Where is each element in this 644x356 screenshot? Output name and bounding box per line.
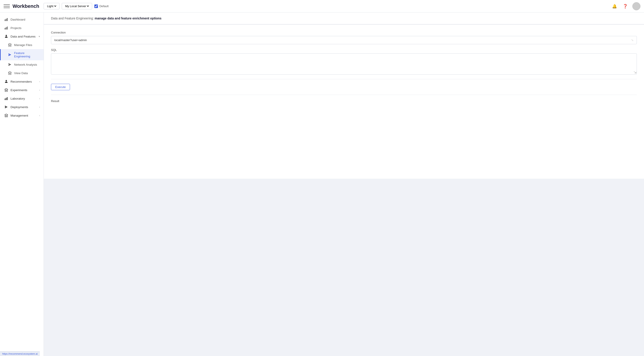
person-icon	[4, 34, 8, 38]
help-button[interactable]: ❓	[622, 3, 629, 10]
chevron-icon: ‹	[39, 106, 40, 108]
layers-icon	[4, 113, 8, 118]
notifications-button[interactable]: 🔔	[611, 3, 618, 10]
result-area	[51, 105, 637, 173]
result-divider	[51, 95, 637, 95]
result-label: Result	[51, 99, 637, 103]
sidebar-item-projects[interactable]: Projects	[0, 24, 44, 32]
sidebar-item-view-data[interactable]: View Data	[0, 69, 44, 77]
execute-button[interactable]: Execute	[51, 84, 70, 90]
page-header-prefix: Data and Feature Engineering:	[51, 16, 94, 20]
layers-icon	[4, 88, 8, 92]
sidebar-item-manage-files[interactable]: Manage Files	[0, 41, 44, 49]
sidebar-item-label: Experiments	[10, 88, 27, 92]
connection-label: Connection	[51, 31, 637, 34]
svg-rect-8	[5, 99, 5, 100]
sidebar-item-label: Feature Engineering	[14, 51, 40, 58]
svg-rect-1	[6, 19, 6, 21]
theme-selector[interactable]: Light	[44, 3, 60, 9]
main-content: Data and Feature Engineering: manage dat…	[44, 12, 644, 356]
default-checkbox[interactable]	[94, 4, 98, 8]
svg-rect-0	[5, 19, 5, 21]
person-icon	[4, 79, 8, 84]
chevron-icon: ▾	[39, 35, 40, 38]
svg-rect-2	[7, 18, 8, 21]
chevron-icon: ‹	[39, 89, 40, 91]
status-url: https://recommend.ecosystem.ai	[2, 353, 38, 355]
send-icon	[8, 62, 12, 67]
sidebar-item-label: Manage Files	[14, 43, 32, 47]
chevron-icon: ‹	[39, 80, 40, 83]
send-icon	[8, 53, 12, 57]
connection-value: local/master?user=admin	[54, 38, 87, 42]
sidebar-item-label: Recommenders	[10, 80, 32, 83]
layers-icon	[8, 43, 12, 47]
app-title: Workbench	[12, 3, 39, 9]
sql-area: ⤡	[51, 53, 637, 75]
sql-input[interactable]	[51, 54, 636, 74]
sidebar: DashboardProjectsData and Features▾Manag…	[0, 12, 44, 356]
theme-select[interactable]: Light	[46, 4, 57, 8]
sidebar-item-network-analysis[interactable]: Network Analysis	[0, 60, 44, 69]
chevron-icon: ‹	[39, 114, 40, 117]
bar-chart-icon	[4, 96, 8, 101]
page-header-description: manage data and feature enrichment optio…	[94, 16, 162, 20]
bar-chart-icon	[4, 26, 8, 30]
chevron-icon: ‹	[39, 97, 40, 100]
sql-label: SQL	[51, 48, 637, 52]
sidebar-item-label: Management	[10, 114, 28, 117]
sidebar-item-experiments[interactable]: Experiments‹	[0, 86, 44, 94]
sidebar-item-label: Data and Features	[10, 35, 36, 38]
sidebar-item-label: Network Analysis	[14, 63, 37, 66]
topnav: Workbench Light My Local Server Default …	[0, 0, 644, 12]
default-checkbox-area: Default	[94, 4, 108, 8]
sidebar-item-feature-engineering[interactable]: Feature Engineering	[0, 49, 44, 60]
default-label: Default	[99, 4, 108, 8]
svg-rect-5	[7, 26, 8, 29]
sidebar-item-label: Deployments	[10, 105, 28, 109]
presto-panel: Connection local/master?user=admin ⤡ SQL…	[44, 24, 644, 179]
svg-rect-3	[5, 28, 5, 29]
layout: DashboardProjectsData and Features▾Manag…	[0, 12, 644, 356]
sidebar-item-label: View Data	[14, 71, 28, 75]
divider	[51, 79, 637, 79]
sidebar-item-management[interactable]: Management‹	[0, 111, 44, 120]
page-header-bar: Data and Feature Engineering: manage dat…	[44, 12, 644, 24]
sidebar-item-label: Laboratory	[10, 97, 25, 100]
svg-point-6	[6, 35, 7, 36]
sidebar-item-deployments[interactable]: Deployments‹	[0, 103, 44, 111]
svg-rect-10	[7, 97, 8, 100]
topnav-right: 🔔 ❓	[611, 2, 640, 10]
sidebar-item-label: Dashboard	[10, 18, 25, 21]
sql-resize-icon: ⤡	[634, 70, 636, 73]
svg-rect-9	[6, 98, 6, 100]
svg-rect-4	[6, 27, 6, 29]
server-select[interactable]: My Local Server	[64, 4, 90, 8]
sidebar-item-data-and-features[interactable]: Data and Features▾	[0, 32, 44, 41]
server-selector[interactable]: My Local Server	[62, 3, 92, 9]
menu-icon[interactable]	[4, 3, 10, 9]
sidebar-item-label: Projects	[10, 26, 22, 30]
bottom-status: https://recommend.ecosystem.ai	[0, 351, 40, 356]
sidebar-item-laboratory[interactable]: Laboratory‹	[0, 94, 44, 103]
sidebar-item-dashboard[interactable]: Dashboard	[0, 15, 44, 24]
edit-icon[interactable]: ⤡	[631, 39, 634, 42]
avatar[interactable]	[632, 2, 640, 10]
bar-chart-icon	[4, 17, 8, 21]
layers-icon	[8, 71, 12, 75]
svg-point-7	[6, 80, 7, 81]
sidebar-item-recommenders[interactable]: Recommenders‹	[0, 77, 44, 86]
send-icon	[4, 105, 8, 109]
connection-field: local/master?user=admin ⤡	[51, 36, 637, 44]
